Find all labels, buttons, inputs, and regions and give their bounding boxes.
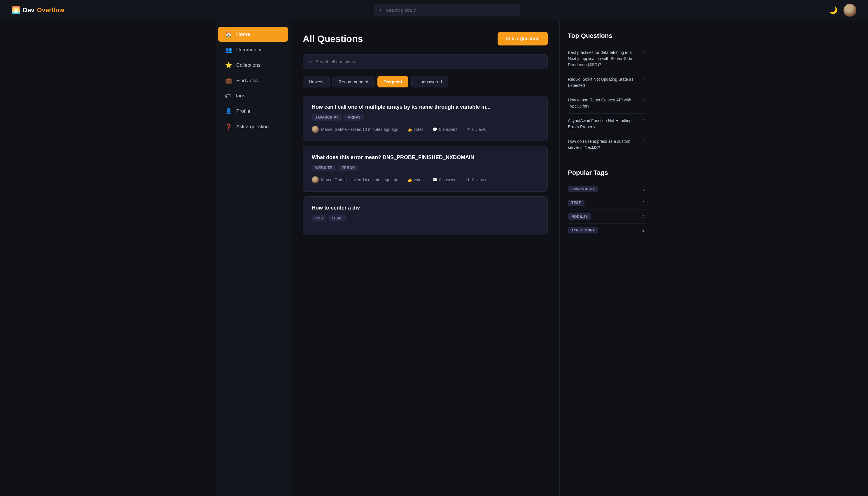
- tag-row: NODE.JS 4: [568, 210, 645, 223]
- tags-icon: 🏷: [225, 93, 231, 99]
- sidebar-item-ask-question[interactable]: ❓ Ask a question: [218, 119, 288, 134]
- question-card: How to center a div CSS HTML: [303, 197, 548, 235]
- popular-tags-title: Popular Tags: [568, 169, 645, 176]
- votes-count: votes: [414, 127, 423, 132]
- tab-newest[interactable]: Newest: [303, 76, 330, 88]
- global-search-input[interactable]: [386, 7, 513, 13]
- main-content: All Questions Ask a Question ○ Newest Re…: [291, 20, 559, 496]
- logo[interactable]: 🌅 Dev Overflow: [12, 6, 64, 14]
- chevron-right-icon: ›: [643, 118, 645, 122]
- tag-count: 4: [642, 214, 645, 219]
- eye-icon: 👁: [466, 127, 470, 132]
- views-count: 0 views: [472, 177, 486, 182]
- sidebar: 🏠 Home 👥 Community ⭐ Collections 💼 Find …: [215, 20, 291, 496]
- tag[interactable]: ARRAY: [344, 114, 364, 121]
- global-search-bar[interactable]: ○: [374, 4, 520, 16]
- community-icon: 👥: [225, 46, 232, 53]
- question-meta: Marcel Gatete - asked 14 minutes ago ago…: [312, 176, 539, 183]
- chevron-right-icon: ›: [643, 49, 645, 54]
- top-question-text: Redux Toolkit Not Updating State as Expe…: [568, 76, 640, 89]
- tag-name[interactable]: TEST: [568, 200, 584, 206]
- main-layout: 🏠 Home 👥 Community ⭐ Collections 💼 Find …: [215, 20, 653, 496]
- author-name: Marcel Gatete - asked 10 minutes ago ago: [321, 127, 399, 132]
- sidebar-item-label: Community: [236, 47, 261, 53]
- tab-frequent[interactable]: Frequent: [377, 76, 408, 88]
- theme-toggle-icon[interactable]: 🌙: [829, 6, 838, 14]
- tag[interactable]: ERROR: [338, 165, 358, 171]
- tag-count: 2: [642, 201, 645, 205]
- question-search-icon: ○: [309, 59, 312, 65]
- answers-count: 0 answers: [439, 177, 458, 182]
- top-question-item[interactable]: How do I use express as a custom server …: [568, 134, 645, 155]
- votes-stat: 👍 votes: [407, 177, 423, 182]
- search-icon: ○: [380, 7, 383, 13]
- logo-overflow: Overflow: [37, 6, 64, 14]
- ask-question-icon: ❓: [225, 123, 232, 130]
- tag-name[interactable]: TYPESCRIPT: [568, 227, 598, 233]
- sidebar-item-label: Find Jobs: [236, 78, 258, 84]
- thumbs-up-icon: 👍: [407, 177, 412, 182]
- tab-recommended[interactable]: Recommended: [332, 76, 374, 88]
- sidebar-item-home[interactable]: 🏠 Home: [218, 27, 288, 42]
- tag-count: 3: [642, 187, 645, 191]
- sidebar-item-tags[interactable]: 🏷 Tags: [218, 89, 288, 103]
- tag[interactable]: HTML: [329, 215, 346, 221]
- question-title[interactable]: What does this error mean? DNS_PROBE_FIN…: [312, 154, 539, 160]
- tag-name[interactable]: NODE.JS: [568, 213, 591, 220]
- navbar-right: 🌙: [829, 4, 856, 17]
- sidebar-item-profile[interactable]: 👤 Profile: [218, 104, 288, 119]
- tab-unanswered[interactable]: Unanswered: [411, 76, 448, 88]
- comment-icon: 💬: [432, 177, 437, 182]
- views-stat: 👁 0 views: [466, 127, 486, 132]
- thumbs-up-icon: 👍: [407, 127, 412, 132]
- top-questions-section: Top Questions Best practices for data fe…: [568, 32, 645, 155]
- question-card: How can I call one of multiple arrays by…: [303, 96, 548, 141]
- question-author: Marcel Gatete - asked 14 minutes ago ago: [312, 176, 399, 183]
- logo-dev: Dev: [23, 6, 34, 14]
- answers-stat: 💬 0 answers: [432, 177, 458, 182]
- chevron-right-icon: ›: [643, 97, 645, 102]
- find-jobs-icon: 💼: [225, 77, 232, 84]
- tag[interactable]: CSS: [312, 215, 326, 221]
- sidebar-item-collections[interactable]: ⭐ Collections: [218, 58, 288, 73]
- question-search-bar[interactable]: ○: [303, 54, 548, 69]
- views-stat: 👁 0 views: [466, 177, 486, 182]
- avatar[interactable]: [843, 4, 856, 17]
- sidebar-item-find-jobs[interactable]: 💼 Find Jobs: [218, 73, 288, 88]
- top-questions-title: Top Questions: [568, 32, 645, 40]
- right-panel: Top Questions Best practices for data fe…: [559, 20, 653, 496]
- top-question-item[interactable]: Best practices for data fetching in a Ne…: [568, 45, 645, 72]
- sidebar-item-label: Home: [236, 31, 250, 37]
- question-tags: WEBSITE ERROR: [312, 165, 539, 171]
- collections-icon: ⭐: [225, 62, 232, 68]
- filter-tabs: Newest Recommended Frequent Unanswered: [303, 76, 548, 88]
- top-question-item[interactable]: How to use React Context API with TypeSc…: [568, 93, 645, 114]
- author-name: Marcel Gatete - asked 14 minutes ago ago: [321, 177, 399, 182]
- eye-icon: 👁: [466, 177, 470, 182]
- tag-row: TEST 2: [568, 196, 645, 210]
- top-question-text: Best practices for data fetching in a Ne…: [568, 49, 640, 68]
- question-tags: CSS HTML: [312, 215, 539, 221]
- main-header: All Questions Ask a Question: [303, 32, 548, 45]
- page-title: All Questions: [303, 33, 363, 44]
- sidebar-item-label: Collections: [236, 62, 260, 68]
- tag[interactable]: WEBSITE: [312, 165, 336, 171]
- votes-count: votes: [414, 177, 423, 182]
- author-avatar: [312, 176, 319, 183]
- top-question-item[interactable]: Redux Toolkit Not Updating State as Expe…: [568, 72, 645, 93]
- logo-icon: 🌅: [12, 6, 20, 14]
- answers-count: 0 answers: [439, 127, 458, 132]
- question-search-input[interactable]: [316, 59, 542, 64]
- question-title[interactable]: How can I call one of multiple arrays by…: [312, 104, 539, 110]
- question-title[interactable]: How to center a div: [312, 205, 539, 211]
- ask-question-button[interactable]: Ask a Question: [498, 32, 548, 45]
- sidebar-item-label: Profile: [236, 108, 250, 114]
- sidebar-item-community[interactable]: 👥 Community: [218, 42, 288, 57]
- chevron-right-icon: ›: [643, 76, 645, 81]
- tag-name[interactable]: JAVASCRIPT: [568, 186, 598, 192]
- sidebar-item-label: Ask a question: [236, 124, 269, 130]
- tag-count: 2: [642, 228, 645, 233]
- top-question-item[interactable]: Async/Await Function Not Handling Errors…: [568, 114, 645, 134]
- views-count: 0 views: [472, 127, 486, 132]
- tag[interactable]: JAVASCRIPT: [312, 114, 342, 121]
